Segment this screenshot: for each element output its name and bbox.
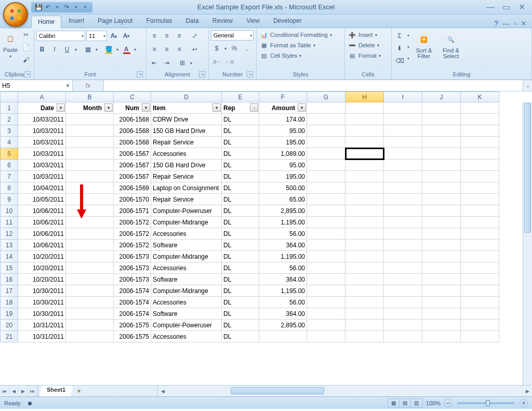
cell-K7[interactable] bbox=[461, 171, 499, 182]
row-header-12[interactable]: 12 bbox=[1, 228, 18, 240]
cell-D1[interactable]: Item▾ bbox=[151, 102, 222, 114]
cell-B12[interactable] bbox=[66, 228, 114, 240]
cell-B21[interactable] bbox=[66, 331, 114, 342]
font-color-button[interactable]: A bbox=[121, 44, 132, 55]
find-select-button[interactable]: 🔍 Find & Select bbox=[438, 30, 463, 61]
qat-undo-icon[interactable]: ↶ bbox=[44, 3, 52, 11]
row-header-15[interactable]: 15 bbox=[1, 262, 18, 274]
cell-F3[interactable]: 95.00 bbox=[259, 125, 307, 137]
row-header-21[interactable]: 21 bbox=[1, 331, 18, 342]
sheet-nav-prev[interactable]: ◀ bbox=[9, 386, 19, 396]
cell-B6[interactable] bbox=[66, 160, 114, 171]
italic-button[interactable]: I bbox=[49, 44, 60, 55]
cell-B14[interactable] bbox=[66, 251, 114, 262]
cell-B17[interactable] bbox=[66, 285, 114, 297]
underline-drop-icon[interactable]: ▾ bbox=[74, 44, 78, 55]
cell-J17[interactable] bbox=[422, 285, 461, 297]
column-header-B[interactable]: B bbox=[66, 92, 114, 102]
cell-J14[interactable] bbox=[422, 251, 461, 262]
increase-font-button[interactable]: A▴ bbox=[108, 30, 119, 42]
cell-J12[interactable] bbox=[422, 228, 461, 240]
cell-A4[interactable]: 10/03/2011 bbox=[18, 137, 66, 148]
cell-E3[interactable]: DL bbox=[222, 125, 259, 137]
paste-dropdown-icon[interactable]: ▾ bbox=[9, 54, 11, 59]
cell-G7[interactable] bbox=[307, 171, 345, 182]
cell-H11[interactable] bbox=[345, 217, 384, 228]
cell-C7[interactable]: 2006-1567 bbox=[114, 171, 151, 182]
cell-B11[interactable] bbox=[66, 217, 114, 228]
cell-C9[interactable]: 2006-1570 bbox=[114, 194, 151, 205]
cell-G13[interactable] bbox=[307, 240, 345, 251]
column-header-J[interactable]: J bbox=[422, 92, 461, 102]
cell-B8[interactable] bbox=[66, 182, 114, 194]
cell-A15[interactable]: 10/20/2011 bbox=[18, 262, 66, 274]
cell-A12[interactable]: 10/06/2011 bbox=[18, 228, 66, 240]
cell-H19[interactable] bbox=[345, 308, 384, 320]
cell-G9[interactable] bbox=[307, 194, 345, 205]
cell-G11[interactable] bbox=[307, 217, 345, 228]
cell-K17[interactable] bbox=[461, 285, 499, 297]
cell-G21[interactable] bbox=[307, 331, 345, 342]
cell-J4[interactable] bbox=[422, 137, 461, 148]
cell-B13[interactable] bbox=[66, 240, 114, 251]
delete-cells-button[interactable]: ➖Delete ▾ bbox=[347, 41, 380, 50]
ribbon-tab-data[interactable]: Data bbox=[179, 15, 205, 28]
ribbon-tab-home[interactable]: Home bbox=[31, 16, 61, 28]
cell-I5[interactable] bbox=[384, 148, 422, 160]
cell-E15[interactable]: DL bbox=[222, 262, 259, 274]
cell-I2[interactable] bbox=[384, 114, 422, 125]
cell-F13[interactable]: 364.00 bbox=[259, 240, 307, 251]
cell-F5[interactable]: 1,089.00 bbox=[259, 148, 307, 160]
cell-E11[interactable]: DL bbox=[222, 217, 259, 228]
align-left-button[interactable]: ≡ bbox=[149, 44, 160, 55]
row-header-18[interactable]: 18 bbox=[1, 297, 18, 308]
cell-B19[interactable] bbox=[66, 308, 114, 320]
view-layout-button[interactable]: ▤ bbox=[400, 399, 411, 407]
horizontal-scrollbar[interactable]: ◀ ▶ bbox=[157, 386, 532, 396]
cell-B10[interactable] bbox=[66, 205, 114, 217]
zoom-out-button[interactable]: − bbox=[444, 399, 452, 407]
cell-J21[interactable] bbox=[422, 331, 461, 342]
doc-restore-button[interactable]: ▫ bbox=[514, 19, 516, 28]
cell-B2[interactable] bbox=[66, 114, 114, 125]
decrease-decimal-button[interactable]: ←.0 bbox=[223, 56, 235, 68]
cell-I16[interactable] bbox=[384, 274, 422, 285]
fill-drop2-icon[interactable]: ▾ bbox=[407, 42, 409, 53]
cell-D5[interactable]: Accessories bbox=[151, 148, 222, 160]
cell-D4[interactable]: Repair Service bbox=[151, 137, 222, 148]
cell-I3[interactable] bbox=[384, 125, 422, 137]
doc-minimize-button[interactable]: — bbox=[502, 19, 510, 28]
percent-button[interactable]: % bbox=[229, 43, 240, 54]
number-launcher[interactable]: ↘ bbox=[247, 71, 253, 77]
cell-D21[interactable]: Accessories bbox=[151, 331, 222, 342]
formula-bar-expand[interactable]: ⌄ bbox=[523, 80, 532, 91]
row-header-1[interactable]: 1 bbox=[1, 102, 18, 114]
font-name-combo[interactable]: Calibri▾ bbox=[36, 31, 85, 41]
cell-F1[interactable]: Amount▾ bbox=[259, 102, 307, 114]
cell-A14[interactable]: 10/20/2011 bbox=[18, 251, 66, 262]
qat-customize-icon[interactable]: ▾ bbox=[81, 3, 89, 11]
filter-button-C[interactable]: ▾ bbox=[142, 103, 150, 112]
cell-K4[interactable] bbox=[461, 137, 499, 148]
row-header-3[interactable]: 3 bbox=[1, 125, 18, 137]
cell-D18[interactable]: Accessories bbox=[151, 297, 222, 308]
cell-K1[interactable] bbox=[461, 102, 499, 114]
cell-I6[interactable] bbox=[384, 160, 422, 171]
cell-D14[interactable]: Computer-Midrange bbox=[151, 251, 222, 262]
select-all-corner[interactable] bbox=[1, 92, 18, 102]
row-header-17[interactable]: 17 bbox=[1, 285, 18, 297]
row-header-4[interactable]: 4 bbox=[1, 137, 18, 148]
cell-G4[interactable] bbox=[307, 137, 345, 148]
cell-J11[interactable] bbox=[422, 217, 461, 228]
help-button[interactable]: ? bbox=[494, 19, 498, 28]
vertical-scrollbar[interactable] bbox=[523, 102, 532, 385]
ribbon-tab-page-layout[interactable]: Page Layout bbox=[91, 15, 139, 28]
qat-save-icon[interactable]: 💾 bbox=[34, 3, 43, 11]
cell-F16[interactable]: 364.00 bbox=[259, 274, 307, 285]
decrease-indent-button[interactable]: ⇤ bbox=[149, 57, 160, 69]
cell-F8[interactable]: 500.00 bbox=[259, 182, 307, 194]
cell-H3[interactable] bbox=[345, 125, 384, 137]
increase-indent-button[interactable]: ⇥ bbox=[161, 57, 172, 69]
namebox-drop-icon[interactable]: ▼ bbox=[65, 83, 70, 88]
column-header-A[interactable]: A bbox=[18, 92, 66, 102]
